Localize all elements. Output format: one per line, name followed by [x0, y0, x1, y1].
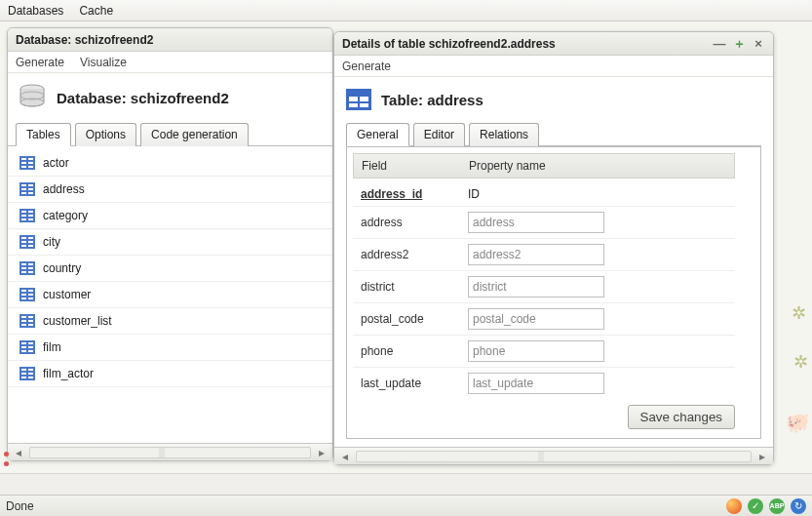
desktop-decorations: ✲ ✲ 🐖	[773, 293, 812, 468]
abp-icon[interactable]: ABP	[769, 498, 785, 514]
fields-panel: Field Property name address_id ID addres…	[346, 146, 761, 439]
details-tabs: General Editor Relations	[346, 122, 761, 146]
bug-icon: ✲	[793, 351, 808, 373]
table-row-customer-list[interactable]: customer_list	[8, 308, 332, 335]
property-name-input[interactable]	[468, 373, 604, 394]
details-window-title: Details of table schizofreend2.address —…	[334, 32, 773, 56]
db-menu-generate[interactable]: Generate	[16, 56, 64, 69]
maximize-icon[interactable]: ＋	[732, 37, 746, 51]
field-row-address2: address2	[353, 239, 735, 271]
table-row-category[interactable]: category	[8, 203, 332, 229]
table-row-film[interactable]: film	[8, 335, 332, 361]
table-row-label: customer	[43, 288, 91, 301]
table-row-film-actor[interactable]: film_actor	[8, 361, 332, 387]
field-row-phone: phone	[353, 336, 735, 368]
table-list[interactable]: actor address category city country cust…	[8, 146, 332, 443]
table-icon	[19, 156, 35, 170]
table-icon	[19, 235, 35, 249]
field-row-last-update: last_update	[353, 368, 735, 399]
save-changes-button[interactable]: Save changes	[628, 405, 735, 429]
db-menu-visualize[interactable]: Visualize	[80, 56, 127, 69]
property-name-input[interactable]	[468, 212, 604, 233]
firefox-icon[interactable]	[726, 498, 742, 514]
table-icon	[346, 89, 371, 110]
table-heading: Table: address	[381, 92, 483, 108]
field-row-district: district	[353, 271, 735, 303]
field-label: postal_code	[361, 312, 468, 326]
table-icon	[19, 209, 35, 222]
details-window-title-text: Details of table schizofreend2.address	[342, 37, 556, 51]
table-header: Table: address	[346, 77, 761, 122]
tab-code-generation[interactable]: Code generation	[140, 123, 249, 146]
scroll-left-icon[interactable]: ◂	[338, 450, 352, 463]
tab-editor[interactable]: Editor	[413, 123, 465, 146]
database-window-title: Database: schizofreend2	[8, 28, 332, 52]
scroll-right-icon[interactable]: ▸	[315, 446, 329, 459]
table-row-customer[interactable]: customer	[8, 282, 332, 308]
table-row-label: country	[43, 261, 81, 275]
property-name-input[interactable]	[468, 244, 604, 265]
field-row-postal-code: postal_code	[353, 303, 735, 336]
table-row-label: film_actor	[43, 367, 94, 380]
tab-options[interactable]: Options	[75, 123, 136, 146]
details-window-menu: Generate	[334, 56, 773, 77]
status-separator	[0, 473, 812, 495]
app-menu: Databases Cache	[0, 0, 812, 21]
scroll-track[interactable]	[356, 451, 752, 462]
col-header-field: Field	[362, 159, 469, 173]
table-row-country[interactable]: country	[8, 256, 332, 282]
field-row-address: address	[353, 207, 735, 239]
table-row-address[interactable]: address	[8, 177, 332, 203]
database-heading: Database: schizofreend2	[57, 90, 229, 106]
scroll-left-icon[interactable]: ◂	[12, 446, 25, 459]
table-details-window: Details of table schizofreend2.address —…	[333, 31, 774, 465]
field-label: address_id	[361, 187, 468, 201]
tab-relations[interactable]: Relations	[469, 123, 539, 146]
table-icon	[19, 314, 35, 328]
table-icon	[19, 367, 35, 380]
table-icon	[19, 182, 35, 196]
database-window-menu: Generate Visualize	[8, 52, 332, 73]
minimize-icon[interactable]: —	[713, 37, 726, 51]
database-header: Database: schizofreend2	[8, 73, 332, 122]
status-text: Done	[6, 499, 34, 513]
field-row-address-id: address_id ID	[353, 182, 735, 207]
field-property-readonly: ID	[468, 187, 727, 201]
close-icon[interactable]: ×	[752, 37, 765, 51]
details-hscrollbar[interactable]: ◂ ▸	[334, 447, 773, 464]
sync-icon[interactable]: ↻	[791, 498, 806, 514]
gutter-markers	[4, 452, 12, 471]
field-label: last_update	[361, 377, 468, 390]
tab-general[interactable]: General	[346, 123, 409, 146]
bug-icon: ✲	[792, 302, 806, 324]
field-label: phone	[361, 344, 468, 358]
table-row-actor[interactable]: actor	[8, 150, 332, 177]
col-header-property: Property name	[469, 159, 726, 173]
table-row-label: customer_list	[43, 314, 112, 328]
property-name-input[interactable]	[468, 340, 604, 362]
property-name-input[interactable]	[468, 276, 604, 298]
menu-cache[interactable]: Cache	[79, 4, 113, 18]
field-label: district	[361, 280, 468, 294]
table-icon	[19, 340, 35, 354]
database-window-title-text: Database: schizofreend2	[16, 33, 153, 47]
window-controls: — ＋ ×	[713, 37, 765, 51]
browser-status-bar: Done ✓ ABP ↻	[0, 495, 812, 516]
table-row-label: film	[43, 340, 61, 354]
field-label: address2	[361, 248, 468, 261]
scroll-track[interactable]	[29, 447, 311, 458]
field-label: address	[361, 216, 468, 229]
status-tray: ✓ ABP ↻	[726, 498, 806, 514]
table-icon	[19, 288, 35, 301]
details-menu-generate[interactable]: Generate	[342, 60, 391, 73]
fields-header-row: Field Property name	[353, 153, 735, 179]
menu-databases[interactable]: Databases	[8, 4, 63, 18]
table-row-city[interactable]: city	[8, 229, 332, 256]
table-row-label: city	[43, 235, 60, 249]
check-icon[interactable]: ✓	[748, 498, 763, 514]
db-hscrollbar[interactable]: ◂ ▸	[8, 443, 332, 460]
tab-tables[interactable]: Tables	[16, 123, 71, 146]
scroll-right-icon[interactable]: ▸	[755, 450, 769, 463]
table-row-label: category	[43, 209, 88, 222]
property-name-input[interactable]	[468, 308, 604, 330]
